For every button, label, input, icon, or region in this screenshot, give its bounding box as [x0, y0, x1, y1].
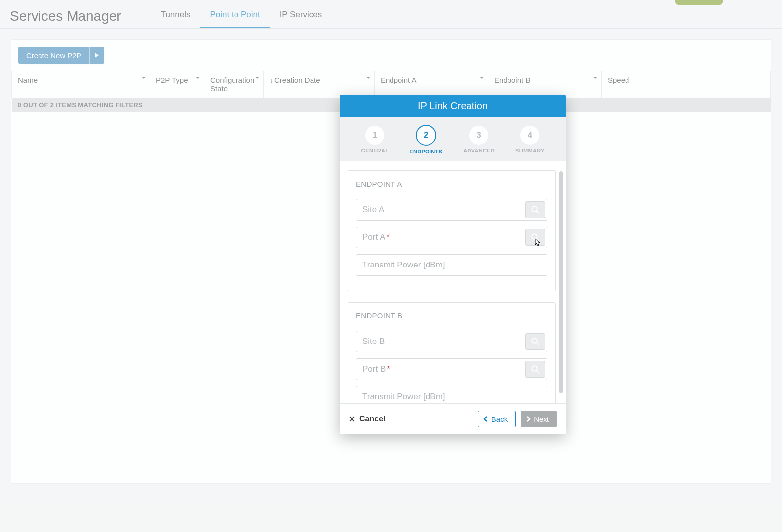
- search-icon: [531, 205, 540, 214]
- step-summary[interactable]: 4 SUMMARY: [515, 126, 545, 154]
- col-endpoint-b[interactable]: Endpoint B: [488, 71, 602, 98]
- port-a-field[interactable]: Port A*: [356, 227, 547, 248]
- cancel-button[interactable]: Cancel: [349, 415, 385, 423]
- modal-body: ENDPOINT A Site A Port A* ENDPOINT B Si: [340, 161, 566, 403]
- endpoint-a-title: ENDPOINT A: [356, 180, 547, 188]
- top-right-button[interactable]: [675, 0, 723, 5]
- svg-line-7: [536, 370, 539, 373]
- site-a-field[interactable]: Site A: [356, 199, 547, 221]
- search-icon: [531, 337, 540, 346]
- svg-line-1: [536, 211, 539, 213]
- port-b-field[interactable]: Port B*: [356, 358, 547, 380]
- chevron-left-icon: [483, 416, 488, 422]
- sort-down-icon: ↓: [270, 77, 273, 84]
- ip-link-creation-modal: IP Link Creation 1 GENERAL 2 ENDPOINTS 3…: [340, 95, 566, 434]
- port-b-search-button[interactable]: [525, 361, 545, 378]
- main-tabs: Tunnels Point to Point IP Services: [151, 10, 332, 28]
- search-icon: [531, 233, 540, 242]
- svg-line-3: [536, 238, 539, 241]
- step-advanced[interactable]: 3 ADVANCED: [463, 126, 495, 154]
- site-b-field[interactable]: Site B: [356, 331, 547, 352]
- caret-down-icon: [142, 77, 146, 79]
- top-bar: Services Manager Tunnels Point to Point …: [0, 0, 782, 29]
- col-name[interactable]: Name: [12, 71, 150, 98]
- caret-down-icon: [366, 77, 370, 79]
- modal-footer: Cancel Back Next: [340, 403, 566, 434]
- port-b-placeholder: Port B*: [356, 359, 523, 380]
- svg-point-6: [532, 366, 537, 371]
- endpoint-a-group: ENDPOINT A Site A Port A*: [348, 170, 556, 291]
- port-a-search-button[interactable]: [525, 229, 545, 246]
- col-creation-date[interactable]: ↓Creation Date: [264, 71, 375, 98]
- modal-title: IP Link Creation: [340, 95, 566, 117]
- port-a-placeholder: Port A*: [356, 227, 523, 248]
- caret-down-icon: [480, 77, 484, 79]
- site-a-search-button[interactable]: [525, 201, 545, 218]
- step-endpoints[interactable]: 2 ENDPOINTS: [409, 126, 442, 154]
- wizard-steps: 1 GENERAL 2 ENDPOINTS 3 ADVANCED 4 SUMMA…: [340, 117, 566, 161]
- transmit-power-b-field[interactable]: [356, 386, 547, 403]
- play-icon: [94, 52, 99, 58]
- back-label: Back: [491, 415, 508, 423]
- col-speed[interactable]: Speed: [602, 71, 771, 98]
- caret-down-icon: [255, 77, 259, 79]
- col-endpoint-a[interactable]: Endpoint A: [375, 71, 488, 98]
- page-title: Services Manager: [10, 8, 121, 28]
- caret-down-icon: [593, 77, 597, 79]
- tab-tunnels[interactable]: Tunnels: [151, 10, 200, 28]
- create-new-p2p-label: Create New P2P: [18, 47, 89, 64]
- close-icon: [349, 416, 355, 422]
- site-b-search-button[interactable]: [525, 333, 545, 350]
- site-a-placeholder: Site A: [356, 199, 523, 220]
- chevron-right-icon: [526, 416, 531, 422]
- tab-ip-services[interactable]: IP Services: [270, 10, 332, 28]
- caret-down-icon: [196, 77, 200, 79]
- col-p2p-type[interactable]: P2P Type: [150, 71, 204, 98]
- next-label: Next: [534, 415, 549, 423]
- svg-point-4: [532, 338, 537, 343]
- col-config-state[interactable]: Configuration State: [204, 71, 264, 98]
- create-new-p2p-button[interactable]: Create New P2P: [18, 47, 104, 64]
- endpoint-b-title: ENDPOINT B: [356, 311, 547, 320]
- step-general[interactable]: 1 GENERAL: [361, 126, 389, 154]
- cancel-label: Cancel: [359, 415, 385, 423]
- search-icon: [531, 365, 540, 374]
- back-button[interactable]: Back: [478, 411, 516, 427]
- endpoint-b-group: ENDPOINT B Site B Port B*: [348, 302, 556, 403]
- transmit-power-a-field[interactable]: [356, 254, 547, 276]
- svg-line-5: [536, 342, 539, 345]
- site-b-placeholder: Site B: [356, 331, 523, 352]
- panel-toolbar: Create New P2P: [11, 40, 771, 71]
- tab-point-to-point[interactable]: Point to Point: [200, 10, 270, 28]
- create-new-p2p-dropdown[interactable]: [89, 47, 104, 64]
- transmit-power-a-input[interactable]: [356, 255, 547, 275]
- next-button[interactable]: Next: [521, 411, 557, 427]
- svg-point-2: [532, 234, 537, 239]
- transmit-power-b-input[interactable]: [356, 386, 547, 403]
- svg-point-0: [532, 206, 537, 212]
